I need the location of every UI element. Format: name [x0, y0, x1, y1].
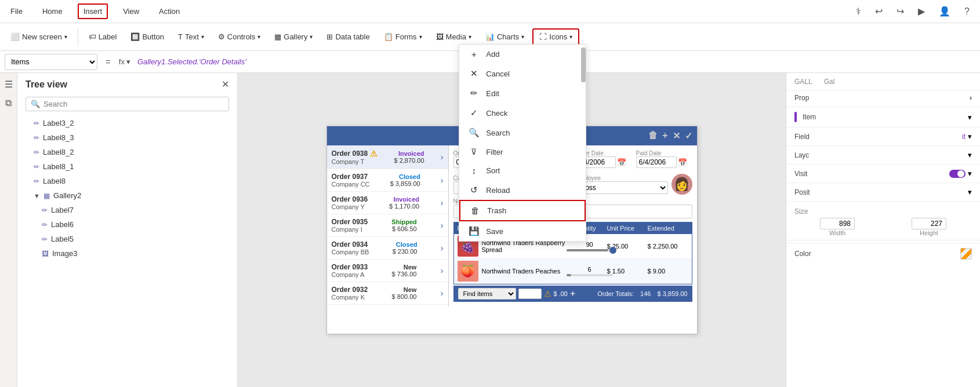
position-section[interactable]: Posit ▾ — [786, 185, 980, 199]
order-totals-qty: 146 — [640, 290, 651, 297]
tree-search-input[interactable] — [43, 100, 224, 108]
arrow-icon: › — [441, 198, 444, 207]
order-list-item[interactable]: Order 0933 Company A New $ 736.00 › — [327, 260, 448, 282]
layers-icon[interactable]: ⧉ — [5, 98, 12, 108]
layout-section[interactable]: Layc ▾ — [786, 148, 980, 162]
gallery-button[interactable]: ▦ Gallery ▾ — [268, 30, 318, 44]
forms-button[interactable]: 📋 Forms ▾ — [378, 30, 428, 44]
calendar-icon[interactable]: 📅 — [617, 158, 626, 167]
media-button[interactable]: 🖼 Media ▾ — [430, 30, 477, 44]
menu-file[interactable]: File — [6, 5, 27, 18]
tree-item-label: Label8_3 — [43, 133, 74, 142]
fields-edit-link[interactable]: it — [962, 133, 966, 141]
order-list-item[interactable]: Order 0934 Company BB Closed $ 230.00 › — [327, 237, 448, 260]
menu-right-icons: ⚕ ↩ ↪ ▶ 👤 ? — [851, 3, 974, 19]
tree-close-button[interactable]: ✕ — [222, 79, 229, 90]
visible-section[interactable]: Visit ▾ — [786, 167, 980, 180]
order-list-item[interactable]: Order 0937 Company CC Closed $ 3,859.00 … — [327, 169, 448, 192]
icons-button[interactable]: ⛶ Icons ▾ + Add ✕ Cancel ✏ Edit ✓ Check … — [532, 28, 579, 45]
tree-search-box[interactable]: 🔍 — [26, 97, 229, 111]
trash-header-icon[interactable]: 🗑 — [648, 130, 658, 141]
order-list: Order 0938 ⚠ Company T Invoiced $ 2,870.… — [327, 145, 449, 306]
dropdown-check[interactable]: ✓ Check — [459, 103, 586, 123]
qty-slider-handle[interactable] — [609, 247, 616, 254]
charts-button[interactable]: 📊 Charts ▾ — [480, 30, 530, 44]
tree-item-label8-2[interactable]: ✏ Label8_2 — [17, 145, 237, 159]
items-label: Item — [803, 113, 816, 121]
dropdown-save[interactable]: 💾 Save — [459, 221, 586, 241]
order-totals-label: Order Totals: — [597, 290, 634, 297]
close-header-icon[interactable]: ✕ — [673, 130, 680, 141]
menu-home[interactable]: Home — [38, 5, 67, 18]
employee-select[interactable]: Ross — [575, 181, 668, 194]
tree-view-title: Tree view — [26, 79, 67, 90]
find-items-select[interactable]: Find items — [458, 288, 516, 300]
tree-item-label8[interactable]: ✏ Label8 — [17, 174, 237, 188]
new-screen-button[interactable]: ⬜ New screen ▾ — [5, 30, 73, 44]
play-icon[interactable]: ▶ — [913, 3, 930, 19]
divider — [786, 201, 980, 202]
properties-section[interactable]: Prop › — [786, 91, 980, 104]
user-icon[interactable]: 👤 — [934, 3, 955, 19]
dropdown-reload-label: Reload — [486, 186, 510, 195]
dropdown-add[interactable]: + Add — [459, 45, 586, 64]
visible-toggle[interactable] — [949, 170, 966, 178]
items-section[interactable]: Item ▾ — [786, 109, 980, 125]
dropdown-scrollbar[interactable] — [581, 48, 586, 82]
dropdown-trash[interactable]: 🗑 Trash — [459, 200, 586, 221]
dropdown-save-label: Save — [486, 227, 503, 236]
order-list-item[interactable]: Order 0935 Company I Shipped $ 606.50 › — [327, 214, 448, 237]
dropdown-cancel[interactable]: ✕ Cancel — [459, 64, 586, 83]
dropdown-filter[interactable]: ⊽ Filter — [459, 143, 586, 161]
help-icon[interactable]: ? — [960, 4, 974, 19]
color-picker[interactable] — [960, 248, 972, 260]
dropdown-search[interactable]: 🔍 Search — [459, 123, 586, 143]
text-btn-label: Text — [185, 32, 199, 41]
charts-icon: 📊 — [485, 32, 495, 41]
tree-item-label5[interactable]: ✏ Label5 — [17, 232, 237, 246]
fields-section[interactable]: Field it ▾ — [786, 130, 980, 143]
menu-action[interactable]: Action — [154, 5, 184, 18]
dropdown-sort[interactable]: ↕ Sort — [459, 161, 586, 180]
tree-item-image3[interactable]: 🖼 Image3 — [17, 246, 237, 261]
label-icon: ✏ — [34, 134, 39, 142]
menu-insert[interactable]: Insert — [78, 3, 108, 19]
button-button[interactable]: 🔲 Button — [125, 30, 170, 44]
add-header-icon[interactable]: + — [662, 130, 667, 141]
tree-item-label6[interactable]: ✏ Label6 — [17, 217, 237, 232]
tree-item-gallery2[interactable]: ▼ ▦ Gallery2 — [17, 188, 237, 203]
height-input[interactable] — [912, 218, 946, 229]
paid-date-input[interactable] — [636, 156, 677, 168]
menu-view[interactable]: View — [118, 5, 144, 18]
controls-button[interactable]: ⚙ Controls ▾ — [212, 30, 266, 44]
width-input[interactable] — [820, 218, 855, 229]
size-section: Size Width Height — [786, 204, 980, 240]
text-button[interactable]: T Text ▾ — [172, 30, 210, 44]
redo-icon[interactable]: ↪ — [892, 3, 909, 19]
tree-item-label8-1[interactable]: ✏ Label8_1 — [17, 159, 237, 174]
calendar-icon-2[interactable]: 📅 — [678, 158, 687, 167]
tree-item-label7[interactable]: ✏ Label7 — [17, 203, 237, 217]
stethoscope-icon[interactable]: ⚕ — [851, 3, 866, 19]
check-header-icon[interactable]: ✓ — [685, 130, 692, 141]
hamburger-icon[interactable]: ☰ — [5, 79, 13, 90]
label-icon: ✏ — [42, 206, 48, 214]
properties-label: Prop — [794, 94, 809, 102]
order-list-item[interactable]: Order 0936 Company Y Invoiced $ 1,170.00… — [327, 192, 448, 214]
order-list-item[interactable]: Order 0938 ⚠ Company T Invoiced $ 2,870.… — [327, 145, 448, 169]
tree-item-label3-2[interactable]: ✏ Label3_2 — [17, 116, 237, 130]
footer-add-button[interactable]: + — [570, 289, 575, 299]
datatable-button[interactable]: ⊞ Data table — [321, 30, 375, 44]
label-button[interactable]: 🏷 Label — [83, 30, 123, 44]
dropdown-edit[interactable]: ✏ Edit — [459, 83, 586, 103]
undo-icon[interactable]: ↩ — [870, 3, 887, 19]
items-select[interactable]: Items — [5, 54, 97, 70]
product-table-row[interactable]: 🍑 Northwind Traders Peaches 6 $ 1.50 — [454, 259, 692, 284]
color-section[interactable]: Color — [786, 246, 980, 262]
find-items-input[interactable] — [518, 289, 542, 299]
dropdown-reload[interactable]: ↺ Reload — [459, 180, 586, 200]
formula-text: Gallery1.Selected.'Order Details' — [137, 57, 246, 66]
order-company: Company BB — [332, 249, 369, 255]
tree-item-label8-3[interactable]: ✏ Label8_3 — [17, 130, 237, 145]
order-list-item[interactable]: Order 0932 Company K New $ 800.00 › — [327, 282, 448, 305]
